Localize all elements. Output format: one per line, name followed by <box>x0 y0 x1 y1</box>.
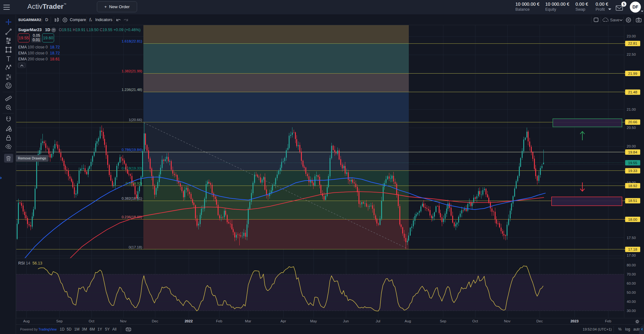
svg-text:21.99: 21.99 <box>628 72 637 75</box>
svg-text:40.00: 40.00 <box>627 300 636 303</box>
svg-text:21.48: 21.48 <box>628 90 637 94</box>
svg-text:30.00: 30.00 <box>627 309 636 313</box>
svg-text:70.00: 70.00 <box>627 272 636 276</box>
svg-text:1.618(22.81): 1.618(22.81) <box>122 39 142 43</box>
svg-text:50.00: 50.00 <box>627 291 636 294</box>
svg-text:1.382(21.99): 1.382(21.99) <box>122 69 142 73</box>
svg-text:18.51: 18.51 <box>628 199 637 203</box>
svg-text:21.00: 21.00 <box>627 108 636 111</box>
svg-text:19.84: 19.84 <box>628 150 637 154</box>
svg-text:60.00: 60.00 <box>627 281 636 285</box>
svg-text:19.33: 19.33 <box>628 169 637 173</box>
svg-text:23.00: 23.00 <box>627 34 636 38</box>
svg-text:17.00: 17.00 <box>627 253 636 257</box>
svg-text:1(20.66): 1(20.66) <box>129 118 142 122</box>
svg-text:19.55: 19.55 <box>628 161 637 165</box>
svg-text:17.18: 17.18 <box>628 248 637 251</box>
svg-text:0.618(19.33): 0.618(19.33) <box>122 166 142 170</box>
svg-text:1.236(21.48): 1.236(21.48) <box>122 88 142 92</box>
svg-text:18.92: 18.92 <box>628 184 637 188</box>
svg-text:0.786(19.84): 0.786(19.84) <box>122 148 142 152</box>
svg-text:18.00: 18.00 <box>628 218 637 221</box>
svg-text:20.50: 20.50 <box>627 126 636 130</box>
svg-text:20.66: 20.66 <box>628 120 637 124</box>
svg-text:17.50: 17.50 <box>627 236 636 240</box>
svg-text:22.50: 22.50 <box>627 53 636 56</box>
svg-text:0(17.18): 0(17.18) <box>129 245 142 249</box>
svg-text:22.81: 22.81 <box>628 42 637 45</box>
svg-text:20.00: 20.00 <box>627 144 636 148</box>
svg-text:80.00: 80.00 <box>627 263 636 267</box>
svg-text:0.382(18.51): 0.382(18.51) <box>122 197 142 200</box>
